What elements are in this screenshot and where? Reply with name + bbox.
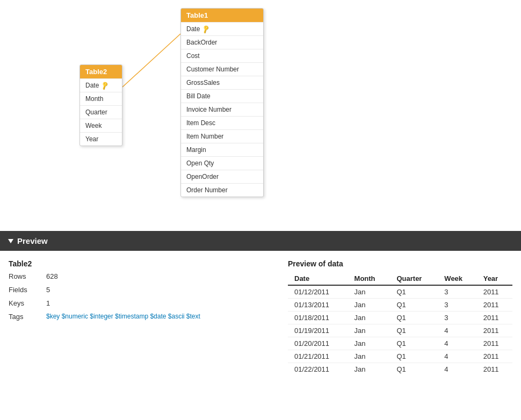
table1-row-invoicenumber[interactable]: Invoice Number [181,103,263,116]
table1-row-margin[interactable]: Margin [181,143,263,156]
keys-label: Keys [9,299,46,307]
table-cell: Q1 [390,312,438,324]
diagram-area: Table2 Date 🔑 Month Quarter Week Year Ta… [0,0,521,231]
table2-row-month[interactable]: Month [80,92,122,105]
table1-invoicenumber-label: Invoice Number [186,106,231,113]
table1-itemnumber-label: Item Number [186,133,223,140]
table-cell: 4 [438,324,476,337]
info-row-fields: Fields 5 [9,286,266,294]
table2-date-label: Date [85,82,99,89]
fields-value: 5 [46,286,50,294]
preview-header-title: Preview [17,236,48,245]
key-icon-table1: 🔑 [201,24,211,34]
table-cell: Q1 [390,324,438,337]
table1-row-itemdesc[interactable]: Item Desc [181,116,263,129]
info-row-rows: Rows 628 [9,272,266,280]
preview-content: Table2 Rows 628 Fields 5 Keys 1 Tags $ke… [0,251,521,384]
fields-label: Fields [9,286,46,294]
table2-row-date[interactable]: Date 🔑 [80,78,122,92]
col-header-year: Year [477,272,512,285]
table-cell: 3 [438,285,476,299]
table-cell: Q1 [390,350,438,363]
table1-date-label: Date [186,25,200,33]
table1-row-openqty[interactable]: Open Qty [181,156,263,170]
svg-line-0 [122,34,180,87]
table-cell: 01/12/2011 [288,285,348,299]
table-cell: Q1 [390,299,438,312]
tags-label: Tags [9,313,46,321]
table1-ordernumber-label: Order Number [186,186,228,194]
table2-header: Table2 [80,65,122,78]
table2-row-week[interactable]: Week [80,119,122,132]
info-row-keys: Keys 1 [9,299,266,307]
table1-row-grosssales[interactable]: GrossSales [181,76,263,89]
table-cell: 01/19/2011 [288,324,348,337]
table-cell: Jan [348,337,390,350]
table-cell: Jan [348,299,390,312]
table-cell: 4 [438,337,476,350]
table1-row-ordernumber[interactable]: Order Number [181,183,263,197]
keys-value: 1 [46,299,50,307]
table1-row-billdate[interactable]: Bill Date [181,89,263,103]
info-panel: Table2 Rows 628 Fields 5 Keys 1 Tags $ke… [9,259,266,375]
table-cell: Jan [348,350,390,363]
preview-data-title: Preview of data [288,259,512,268]
table-cell: 2011 [477,299,512,312]
table-cell: 01/18/2011 [288,312,348,324]
table2-box[interactable]: Table2 Date 🔑 Month Quarter Week Year [79,64,122,146]
table-row: 01/12/2011JanQ132011 [288,285,512,299]
table-row: 01/22/2011JanQ142011 [288,363,512,376]
table1-cost-label: Cost [186,52,200,60]
table1-row-date[interactable]: Date 🔑 [181,22,263,35]
table1-backorder-label: BackOrder [186,39,217,46]
table-cell: 2011 [477,363,512,376]
rows-value: 628 [46,272,58,280]
table1-itemdesc-label: Item Desc [186,119,215,127]
table-cell: Q1 [390,337,438,350]
key-icon-table2: 🔑 [100,81,110,90]
table-cell: 2011 [477,324,512,337]
table-row: 01/18/2011JanQ132011 [288,312,512,324]
table-row: 01/21/2011JanQ142011 [288,350,512,363]
rows-label: Rows [9,272,46,280]
table1-grosssales-label: GrossSales [186,79,220,86]
table2-row-quarter[interactable]: Quarter [80,105,122,119]
table1-row-cost[interactable]: Cost [181,49,263,62]
table1-billdate-label: Bill Date [186,92,211,100]
table2-year-label: Year [85,135,98,143]
col-header-week: Week [438,272,476,285]
info-table-name: Table2 [9,259,266,268]
table1-customernumber-label: Customer Number [186,66,239,73]
preview-header[interactable]: Preview [0,231,521,251]
table-cell: 2011 [477,350,512,363]
table-cell: 3 [438,299,476,312]
col-header-date: Date [288,272,348,285]
table2-row-year[interactable]: Year [80,132,122,146]
table-cell: Jan [348,285,390,299]
table-cell: 4 [438,350,476,363]
table1-openqty-label: Open Qty [186,160,214,167]
table-cell: 3 [438,312,476,324]
table2-week-label: Week [85,122,102,129]
table1-margin-label: Margin [186,146,206,154]
table-cell: Q1 [390,285,438,299]
tags-value: $key $numeric $integer $timestamp $date … [46,313,200,320]
data-preview: Preview of data Date Month Quarter Week … [288,259,512,375]
table-cell: 01/22/2011 [288,363,348,376]
table1-row-itemnumber[interactable]: Item Number [181,129,263,143]
table2-month-label: Month [85,95,103,103]
table1-row-customernumber[interactable]: Customer Number [181,62,263,76]
table-cell: 4 [438,363,476,376]
table1-row-openorder[interactable]: OpenOrder [181,170,263,183]
preview-table: Date Month Quarter Week Year 01/12/2011J… [288,272,512,375]
table-cell: Jan [348,312,390,324]
table-header-row: Date Month Quarter Week Year [288,272,512,285]
table2-quarter-label: Quarter [85,108,107,116]
table-cell: 01/13/2011 [288,299,348,312]
table1-row-backorder[interactable]: BackOrder [181,35,263,49]
table-row: 01/20/2011JanQ142011 [288,337,512,350]
col-header-quarter: Quarter [390,272,438,285]
table-cell: Q1 [390,363,438,376]
table1-box[interactable]: Table1 Date 🔑 BackOrder Cost Customer Nu… [180,8,264,197]
table-cell: 01/20/2011 [288,337,348,350]
